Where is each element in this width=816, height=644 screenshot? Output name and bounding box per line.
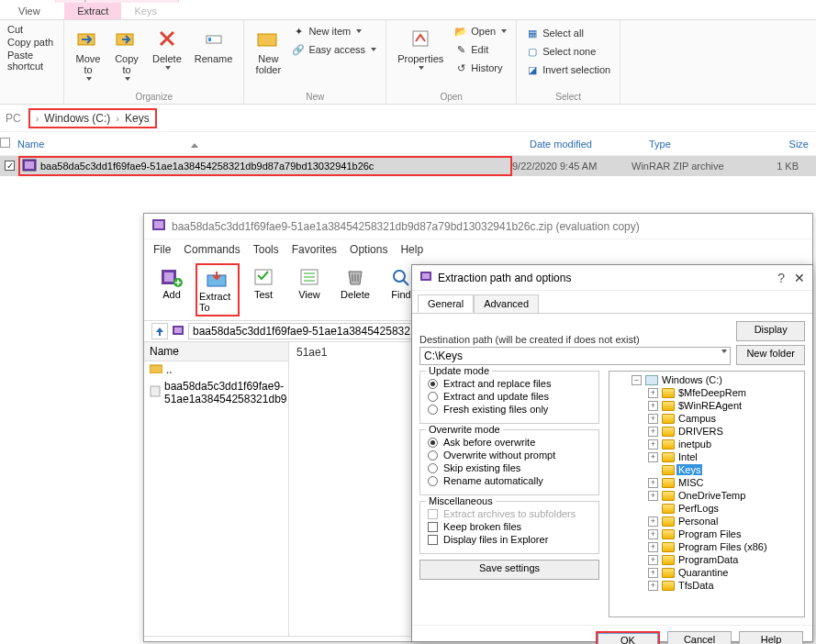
save-settings-button[interactable]: Save settings	[419, 560, 599, 580]
delete-button[interactable]: Delete	[149, 24, 185, 72]
radio-skip-existing[interactable]: Skip existing files	[428, 461, 591, 474]
tab-general[interactable]: General	[418, 294, 474, 313]
ribbon: Cut Copy path Paste shortcut Move to Cop…	[0, 20, 816, 105]
winrar-delete-button[interactable]: Delete	[333, 263, 377, 316]
copy-path-item[interactable]: Copy path	[7, 37, 56, 48]
breadcrumb-drive[interactable]: Windows (C:)	[44, 112, 110, 125]
move-to-button[interactable]: Move to	[72, 24, 105, 83]
tree-drive[interactable]: −Windows (C:)	[611, 373, 802, 386]
easy-access-button[interactable]: 🔗Easy access	[290, 42, 378, 57]
open-group-label: Open	[394, 90, 509, 102]
tree-item[interactable]: +OneDriveTemp	[611, 489, 802, 502]
select-all-button[interactable]: ▦Select all	[524, 26, 612, 40]
test-icon	[249, 265, 278, 289]
tree-item[interactable]: +Program Files	[611, 527, 802, 540]
paste-shortcut-item[interactable]: Paste shortcut	[7, 50, 56, 72]
check-keep-broken[interactable]: Keep broken files	[428, 520, 591, 533]
tree-item[interactable]: +DRIVERS	[611, 425, 802, 438]
radio-extract-replace[interactable]: Extract and replace files	[428, 377, 591, 390]
cut-item[interactable]: Cut	[7, 24, 56, 35]
destination-label: Destination path (will be created if doe…	[419, 334, 731, 345]
folder-tree[interactable]: −Windows (C:)+$MfeDeepRem+$WinREAgent+Ca…	[609, 371, 805, 617]
menu-tools[interactable]: Tools	[253, 243, 279, 256]
view-tab[interactable]: View	[6, 3, 53, 19]
tree-item[interactable]: +inetpub	[611, 438, 802, 450]
winrar-app-icon	[151, 218, 166, 234]
rename-button[interactable]: Rename	[191, 24, 237, 66]
destination-input[interactable]	[419, 347, 731, 365]
file-icon	[150, 385, 161, 400]
winrar-file-list: Name .. baa58da5c3dd1f69fae9-51ae1a38454…	[144, 342, 289, 636]
winrar-list-header[interactable]: Name	[144, 342, 288, 361]
list-item[interactable]: ..	[144, 361, 288, 378]
tree-item[interactable]: +$MfeDeepRem	[611, 386, 802, 399]
copy-to-button[interactable]: Copy to	[110, 24, 143, 83]
menu-favorites[interactable]: Favorites	[292, 243, 337, 256]
tree-item[interactable]: PerfLogs	[611, 502, 802, 515]
breadcrumb-folder[interactable]: Keys	[125, 112, 150, 125]
list-item[interactable]: baa58da5c3dd1f69fae9-51ae1a38454258321db…	[144, 378, 288, 407]
organize-group-label: Organize	[72, 90, 236, 102]
svg-rect-27	[151, 386, 160, 396]
add-button[interactable]: Add	[150, 263, 194, 316]
ok-button[interactable]: OK	[596, 631, 660, 644]
radio-ask-overwrite[interactable]: Ask before overwrite	[428, 436, 591, 449]
help-icon[interactable]: ?	[777, 271, 785, 285]
menu-help[interactable]: Help	[400, 243, 423, 256]
open-button[interactable]: 📂Open	[453, 24, 509, 39]
tab-advanced[interactable]: Advanced	[474, 294, 539, 313]
invert-selection-button[interactable]: ◪Invert selection	[524, 62, 612, 77]
radio-rename-auto[interactable]: Rename automatically	[428, 474, 591, 487]
close-icon[interactable]: ✕	[794, 271, 805, 285]
help-button[interactable]: Help	[739, 631, 803, 644]
radio-overwrite-noprompt[interactable]: Overwrite without prompt	[428, 449, 591, 461]
tree-item[interactable]: +Intel	[611, 450, 802, 463]
radio-extract-update[interactable]: Extract and update files	[428, 390, 591, 403]
view-icon	[295, 265, 324, 289]
tree-item[interactable]: +Program Files (x86)	[611, 540, 802, 553]
tree-item[interactable]: +Personal	[611, 515, 802, 527]
edit-button[interactable]: ✎Edit	[453, 42, 509, 57]
extract-tab[interactable]: Extract	[64, 3, 121, 19]
tree-item[interactable]: +ProgramData	[611, 553, 802, 566]
view-button[interactable]: View	[287, 263, 331, 316]
extract-to-icon	[203, 267, 232, 291]
column-header[interactable]: Name Date modified Type Size	[0, 132, 816, 156]
tab-placeholder: Keys	[121, 3, 169, 19]
select-none-button[interactable]: ▢Select none	[524, 44, 612, 59]
tree-item[interactable]: +MISC	[611, 476, 802, 489]
menu-file[interactable]: File	[153, 243, 171, 256]
sort-indicator-icon	[191, 143, 198, 148]
dialog-titlebar[interactable]: Extraction path and options ? ✕	[412, 265, 812, 291]
file-size: 1 KB	[751, 161, 806, 172]
move-to-icon	[75, 26, 101, 51]
trash-icon	[341, 265, 370, 289]
tree-item[interactable]: +$WinREAgent	[611, 399, 802, 412]
history-button[interactable]: ↺History	[453, 61, 509, 75]
extract-to-button[interactable]: Extract To	[196, 263, 240, 316]
breadcrumb[interactable]: › Windows (C:) › Keys	[28, 108, 157, 128]
menu-commands[interactable]: Commands	[184, 243, 240, 256]
radio-fresh-existing[interactable]: Fresh existing files only	[428, 403, 591, 416]
new-folder-button-dlg[interactable]: New folder	[736, 345, 805, 365]
row-checkbox[interactable]: ✓	[0, 161, 18, 172]
new-folder-button[interactable]: New folder	[252, 24, 285, 77]
tree-item[interactable]: +TfsData	[611, 579, 802, 592]
winrar-titlebar[interactable]: baa58da5c3dd1f69fae9-51ae1a38454258321db…	[144, 214, 812, 239]
menu-options[interactable]: Options	[350, 243, 387, 256]
test-button[interactable]: Test	[241, 263, 285, 316]
table-row[interactable]: ✓ baa58da5c3dd1f69fae9-51ae1a38454258321…	[0, 156, 816, 176]
winrar-title-text: baa58da5c3dd1f69fae9-51ae1a38454258321db…	[172, 220, 640, 233]
properties-button[interactable]: Properties	[394, 24, 447, 72]
winrar-menu: File Commands Tools Favorites Options He…	[144, 239, 812, 260]
cancel-button[interactable]: Cancel	[667, 631, 732, 644]
new-item-button[interactable]: ✦New item	[290, 24, 378, 39]
svg-rect-29	[422, 273, 430, 279]
tree-item[interactable]: +Quarantine	[611, 566, 802, 579]
chevron-down-icon[interactable]	[721, 350, 727, 353]
display-button[interactable]: Display	[736, 321, 805, 341]
check-display-explorer[interactable]: Display files in Explorer	[428, 533, 591, 546]
tree-item[interactable]: +Campus	[611, 412, 802, 425]
up-button[interactable]	[151, 323, 168, 339]
tree-item[interactable]: Keys	[611, 463, 802, 476]
